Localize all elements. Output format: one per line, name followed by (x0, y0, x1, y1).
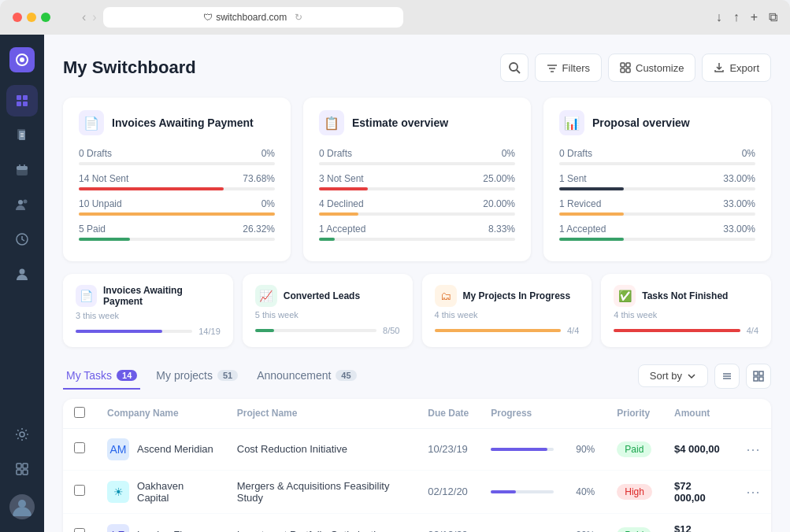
stat-row: 0 Drafts 0% (319, 148, 515, 159)
download-icon[interactable]: ↓ (716, 10, 722, 24)
sort-button[interactable]: Sort by (638, 364, 708, 387)
user-avatar[interactable] (9, 494, 35, 519)
address-bar[interactable]: 🛡 switchboard.com ↻ (103, 7, 403, 28)
export-button[interactable]: Export (702, 54, 771, 82)
filters-button[interactable]: Filters (535, 54, 602, 82)
back-icon[interactable]: ‹ (82, 10, 86, 24)
progress-bar-wrap (559, 212, 755, 216)
amount-value: $72 000,00 (674, 480, 706, 504)
priority-badge: Paid (617, 441, 651, 457)
small-card-0: 📄 Invoices Awaiting Payment 3 this week … (63, 274, 233, 347)
tab-announcement[interactable]: Announcement 45 (254, 363, 359, 390)
small-card-bar-wrap (435, 329, 561, 332)
card-title: Proposal overview (592, 116, 690, 129)
reload-icon[interactable]: ↻ (295, 12, 302, 23)
row-checkbox[interactable] (74, 528, 85, 532)
progress-bar-wrap (319, 212, 515, 216)
sidebar-item-gear[interactable] (6, 419, 38, 450)
tabs-header: My Tasks 14 My projects 51 Announcement … (63, 363, 771, 390)
company-name: Lumina Finance (137, 529, 210, 532)
sidebar-item-settings[interactable] (6, 453, 38, 485)
tab-my-projects[interactable]: My projects 51 (153, 363, 241, 390)
stat-label: 0 Drafts (79, 148, 112, 159)
progress-bar-wrap (79, 187, 275, 190)
col-header-1: Company Name (96, 399, 226, 429)
row-actions-button[interactable]: ⋯ (746, 484, 760, 500)
small-card-title-wrap: Converted Leads (284, 290, 360, 301)
app-logo[interactable] (9, 47, 35, 72)
stat-value: 0% (742, 148, 755, 159)
company-avatar: ☀ (107, 481, 129, 503)
stat-row: 3 Not Sent 25.00% (319, 173, 515, 184)
svg-rect-36 (754, 371, 758, 375)
row-checkbox[interactable] (74, 442, 85, 453)
row-actions-button[interactable]: ⋯ (746, 441, 760, 457)
sidebar-item-contacts[interactable] (6, 189, 38, 220)
new-tab-icon[interactable]: + (751, 10, 758, 24)
small-card-icon: 🗂 (435, 285, 457, 307)
customize-button[interactable]: Customize (608, 54, 695, 82)
svg-rect-4 (17, 102, 21, 106)
maximize-traffic-light[interactable] (41, 13, 50, 22)
tabs-icon[interactable]: ⧉ (769, 10, 777, 24)
row-checkbox-cell (63, 513, 96, 532)
small-card-3: ✅ Tasks Not Finished 4 this week 4/4 (601, 274, 771, 347)
small-card-count: 4/4 (747, 326, 758, 335)
stat-row: 1 Accepted 33.00% (559, 224, 755, 235)
progress-bar (559, 212, 624, 216)
small-card-bar-row: 4/4 (614, 326, 758, 335)
col-header-2: Project Name (226, 399, 417, 429)
svg-rect-37 (759, 371, 763, 375)
list-view-button[interactable] (714, 364, 740, 389)
sidebar-item-dashboard[interactable] (6, 85, 38, 116)
svg-rect-7 (19, 131, 25, 140)
stat-label: 4 Declined (319, 198, 364, 209)
card-1: 📋 Estimate overview 0 Drafts 0% 3 Not Se… (303, 98, 531, 261)
priority-cell: Paid (606, 513, 663, 532)
priority-badge: High (617, 484, 652, 500)
sidebar-item-calendar[interactable] (6, 154, 38, 186)
grid-icon (753, 371, 764, 382)
stat-row: 1 Reviced 33.00% (559, 198, 755, 209)
svg-point-18 (20, 432, 24, 437)
table-row: AM Ascend Meridian Cost Reduction Initia… (63, 428, 771, 470)
share-icon[interactable]: ↑ (733, 10, 740, 24)
minimize-traffic-light[interactable] (27, 13, 36, 22)
tab-label: Announcement (257, 369, 331, 382)
small-card-count: 14/19 (198, 327, 221, 336)
stat-value: 25.00% (483, 173, 515, 184)
list-icon (721, 371, 733, 382)
table-body: AM Ascend Meridian Cost Reduction Initia… (63, 428, 771, 532)
progress-bar-wrap (79, 162, 275, 165)
select-all-checkbox[interactable] (74, 407, 85, 418)
close-traffic-light[interactable] (13, 13, 22, 22)
tab-my-tasks[interactable]: My Tasks 14 (63, 363, 140, 390)
svg-point-24 (510, 63, 517, 71)
stat-row: 4 Declined 20.00% (319, 198, 515, 209)
sidebar-item-profile[interactable] (6, 258, 38, 290)
stat-label: 5 Paid (79, 224, 106, 235)
sidebar-item-documents[interactable] (6, 120, 38, 151)
search-button[interactable] (500, 54, 529, 82)
browser-chrome: ‹ › 🛡 switchboard.com ↻ ↓ ↑ + ⧉ (0, 0, 790, 35)
main-content: My Switchboard Filters (44, 35, 790, 532)
company-avatar: AM (107, 438, 129, 460)
small-card-header: ✅ Tasks Not Finished (614, 285, 758, 307)
stat-value: 33.00% (723, 173, 755, 184)
row-checkbox[interactable] (74, 485, 85, 496)
grid-view-button[interactable] (746, 364, 771, 389)
company-name: Ascend Meridian (137, 443, 213, 455)
progress-bar-wrap (319, 162, 515, 165)
col-header-4: Progress (480, 399, 565, 429)
progress-bar (319, 238, 335, 241)
sidebar-item-history[interactable] (6, 224, 38, 255)
row-checkbox-cell (63, 428, 96, 470)
forward-icon[interactable]: › (92, 10, 96, 24)
svg-line-25 (517, 70, 520, 73)
card-0: 📄 Invoices Awaiting Payment 0 Drafts 0% … (63, 98, 291, 261)
tab-badge: 14 (117, 370, 137, 381)
company-cell: AM Ascend Meridian (96, 428, 226, 470)
row-actions-button[interactable]: ⋯ (746, 527, 760, 532)
progress-label-cell: 20% (565, 513, 606, 532)
stat-row: 1 Accepted 8.33% (319, 224, 515, 235)
